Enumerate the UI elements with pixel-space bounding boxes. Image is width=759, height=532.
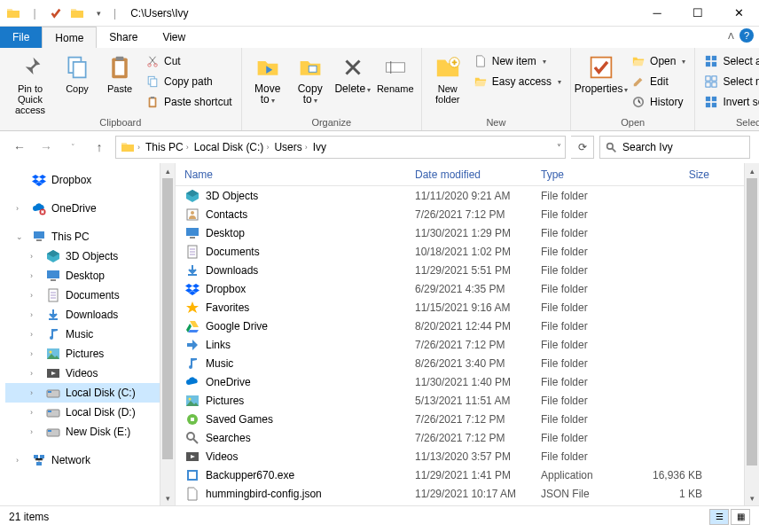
sidebar-item-downloads[interactable]: ›Downloads: [5, 305, 175, 325]
pin-quickaccess-button[interactable]: Pin to Quick access: [5, 50, 55, 115]
column-name[interactable]: Name: [184, 168, 415, 181]
close-button[interactable]: ✕: [718, 0, 759, 27]
sidebar-item-onedrive[interactable]: ›OneDrive: [5, 199, 175, 218]
table-row[interactable]: 3D Objects11/11/2020 9:21 AMFile folder: [176, 186, 759, 205]
file-type: File folder: [541, 339, 647, 351]
column-type[interactable]: Type: [541, 168, 647, 181]
up-button[interactable]: ↑: [89, 137, 110, 158]
file-icon: [184, 394, 200, 408]
sidebar-item-diske[interactable]: ›New Disk (E:): [5, 422, 175, 442]
file-date: 11/30/2021 1:40 PM: [415, 376, 541, 388]
copypath-button[interactable]: Copy path: [142, 72, 236, 91]
pasteshortcut-button[interactable]: Paste shortcut: [142, 92, 236, 112]
file-size: 1 KB: [647, 488, 709, 500]
sidebar-item-diskd[interactable]: ›Local Disk (D:): [5, 403, 175, 422]
maximize-button[interactable]: ☐: [677, 0, 718, 27]
table-row[interactable]: OneDrive11/30/2021 1:40 PMFile folder: [176, 372, 759, 391]
delete-button[interactable]: Delete▾: [333, 50, 373, 96]
tab-file[interactable]: File: [0, 27, 42, 48]
column-size[interactable]: Size: [647, 168, 709, 181]
properties-button[interactable]: Properties▾: [576, 50, 626, 96]
minimize-button[interactable]: ─: [637, 0, 677, 27]
file-name: Saved Games: [200, 413, 415, 426]
invertselection-button[interactable]: Invert selection: [700, 92, 759, 112]
table-row[interactable]: Saved Games7/26/2021 7:12 PMFile folder: [176, 410, 759, 428]
file-date: 11/15/2021 9:16 AM: [415, 301, 541, 314]
qat-folder-icon[interactable]: [4, 4, 23, 23]
file-type: File folder: [541, 357, 647, 370]
newfolder-button[interactable]: New folder: [427, 50, 468, 105]
sidebar-item-documents[interactable]: ›Documents: [5, 286, 175, 305]
sidebar-item-diskc[interactable]: ›Local Disk (C:): [5, 383, 175, 403]
back-button[interactable]: ←: [9, 137, 30, 158]
copy-button[interactable]: Copy: [57, 50, 98, 94]
file-type: File folder: [541, 376, 647, 388]
selectnone-button[interactable]: Select none: [700, 72, 759, 91]
sidebar-item-dropbox[interactable]: Dropbox: [5, 170, 175, 190]
table-row[interactable]: Downloads11/29/2021 5:51 PMFile folder: [176, 261, 759, 279]
group-clipboard: Clipboard: [5, 116, 236, 130]
breadcrumb[interactable]: Local Disk (C:): [194, 141, 264, 153]
qat-properties-icon[interactable]: [46, 4, 66, 23]
main-scrollbar[interactable]: ▴▾: [744, 163, 759, 505]
breadcrumb[interactable]: Ivy: [313, 141, 326, 153]
edit-button[interactable]: Edit: [628, 72, 689, 91]
open-button[interactable]: Open▾: [628, 51, 689, 71]
table-row[interactable]: Dropbox6/29/2021 4:35 PMFile folder: [176, 279, 759, 298]
sidebar-item-3dobjects[interactable]: ›3D Objects: [5, 246, 175, 266]
address-dropdown-icon[interactable]: ˅: [557, 143, 561, 153]
qat-customize-icon[interactable]: ▾: [89, 4, 108, 23]
table-row[interactable]: hummingbird-config.json11/29/2021 10:17 …: [176, 484, 759, 503]
file-date: 6/29/2021 4:35 PM: [415, 283, 541, 295]
breadcrumb[interactable]: Users: [274, 141, 301, 153]
address-bar[interactable]: › This PC› Local Disk (C:)› Users› Ivy ˅: [115, 136, 566, 159]
table-row[interactable]: Links7/26/2021 7:12 PMFile folder: [176, 335, 759, 354]
file-date: 11/13/2020 3:57 PM: [415, 450, 541, 463]
file-date: 11/29/2021 10:17 AM: [415, 488, 541, 500]
table-row[interactable]: Favorites11/15/2021 9:16 AMFile folder: [176, 298, 759, 317]
forward-button[interactable]: →: [35, 137, 57, 158]
selectall-button[interactable]: Select all: [700, 51, 759, 71]
sidebar-item-desktop[interactable]: ›Desktop: [5, 266, 175, 286]
sidebar-item-pictures[interactable]: ›Pictures: [5, 344, 175, 364]
tab-share[interactable]: Share: [97, 27, 150, 48]
easyaccess-button[interactable]: Easy access▾: [470, 72, 565, 91]
table-row[interactable]: Searches7/26/2021 7:12 PMFile folder: [176, 428, 759, 447]
rename-button[interactable]: Rename: [375, 50, 416, 94]
file-date: 8/26/2021 3:40 PM: [415, 357, 541, 370]
table-row[interactable]: Desktop11/30/2021 1:29 PMFile folder: [176, 223, 759, 242]
cut-button[interactable]: Cut: [142, 51, 236, 71]
sidebar-item-music[interactable]: ›Music: [5, 325, 175, 344]
file-date: 7/26/2021 7:12 PM: [415, 432, 541, 444]
column-date[interactable]: Date modified: [415, 168, 541, 181]
collapse-ribbon-icon[interactable]: ᐱ: [728, 31, 734, 41]
view-details-button[interactable]: ☰: [709, 509, 729, 525]
nav-scrollbar[interactable]: ▴▾: [160, 163, 175, 505]
moveto-button[interactable]: Move to▾: [247, 50, 288, 106]
help-icon[interactable]: ?: [739, 28, 754, 43]
table-row[interactable]: Videos11/13/2020 3:57 PMFile folder: [176, 447, 759, 466]
table-row[interactable]: Music8/26/2021 3:40 PMFile folder: [176, 354, 759, 372]
breadcrumb[interactable]: This PC: [145, 141, 184, 153]
sidebar-item-thispc[interactable]: ⌄This PC: [5, 227, 175, 246]
recent-locations-icon[interactable]: ˅: [62, 137, 83, 158]
history-button[interactable]: History: [628, 92, 689, 112]
search-input[interactable]: Search Ivy: [599, 136, 750, 159]
paste-button[interactable]: Paste: [99, 50, 140, 94]
qat-newfolder-icon[interactable]: [67, 4, 87, 23]
refresh-button[interactable]: ⟳: [571, 136, 594, 159]
view-icons-button[interactable]: ▦: [731, 509, 750, 525]
sidebar-item-videos[interactable]: ›Videos: [5, 364, 175, 383]
sidebar-item-network[interactable]: ›Network: [5, 450, 175, 470]
copyto-button[interactable]: Copy to▾: [290, 50, 331, 106]
table-row[interactable]: Google Drive8/20/2021 12:44 PMFile folde…: [176, 317, 759, 335]
table-row[interactable]: Contacts7/26/2021 7:12 PMFile folder: [176, 205, 759, 223]
table-row[interactable]: Documents10/18/2021 1:02 PMFile folder: [176, 242, 759, 261]
file-icon: [184, 487, 200, 501]
tab-home[interactable]: Home: [42, 27, 97, 48]
file-date: 7/26/2021 7:12 PM: [415, 339, 541, 351]
newitem-button[interactable]: New item▾: [470, 51, 565, 71]
table-row[interactable]: Backupper670.exe11/29/2021 1:41 PMApplic…: [176, 466, 759, 484]
table-row[interactable]: Pictures5/13/2021 11:51 AMFile folder: [176, 391, 759, 410]
tab-view[interactable]: View: [150, 27, 198, 48]
